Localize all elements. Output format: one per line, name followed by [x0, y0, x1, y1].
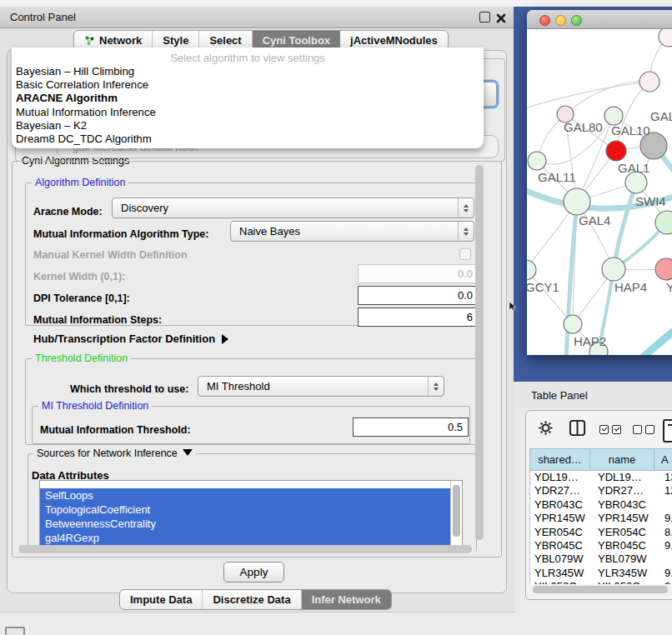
table-row[interactable]: YDL19…YDL19…13	[530, 471, 672, 484]
table-row[interactable]: YBR045CYBR045C9.	[530, 539, 672, 552]
node-label: GAL80	[564, 120, 603, 134]
table-row[interactable]: YIL052CYIL052C9	[530, 580, 672, 584]
table-row[interactable]: YPR145WYPR145W9.	[530, 512, 672, 525]
mi-steps-field[interactable]: 6	[358, 308, 479, 327]
list-padding	[40, 481, 462, 488]
network-node[interactable]	[604, 107, 623, 125]
application: Control Panel galFiltered.sif default no…	[0, 0, 672, 635]
attribute-list-item[interactable]: TopologicalCoefficient	[40, 502, 451, 517]
node-label: GAL	[650, 109, 672, 123]
column-header[interactable]: shared…	[529, 448, 590, 471]
dropdown-item[interactable]: Dream8 DC_TDC Algorithm	[12, 132, 484, 146]
select-all-checkboxes-icon[interactable]	[599, 425, 621, 434]
node-label: HAP4	[614, 280, 647, 294]
network-node[interactable]	[527, 260, 536, 280]
tab-impute-data[interactable]: Impute Data	[120, 590, 203, 609]
attribute-list-item[interactable]: SelfLoops	[40, 488, 451, 502]
table-row[interactable]: YDR27…YDR27…12	[530, 484, 672, 498]
attribute-list-item[interactable]: gal4RGexp	[40, 531, 451, 545]
table-row[interactable]: YBR043CYBR043C	[530, 498, 672, 512]
table-panel-title: Table Panel	[514, 389, 588, 402]
dropdown-item[interactable]: Mutual Information Inference	[12, 106, 484, 119]
close-icon[interactable]	[496, 12, 506, 22]
table-horizontal-scrollbar[interactable]	[529, 585, 672, 594]
node-label: HAP2	[574, 334, 606, 348]
combo-arrows-icon	[458, 222, 474, 241]
kernel-width-field[interactable]: 0.0	[358, 264, 479, 283]
mi-threshold-definition-title: MI Threshold Definition	[38, 400, 152, 412]
minimize-traffic-light[interactable]	[555, 15, 566, 26]
network-node[interactable]	[639, 72, 659, 92]
dropdown-item[interactable]: Bayesian – K2	[12, 119, 484, 132]
network-node[interactable]	[564, 315, 582, 333]
which-threshold-select[interactable]: MI Threshold	[198, 376, 444, 397]
table-row[interactable]: YBL079WYBL079W	[530, 552, 672, 566]
apply-button[interactable]: Apply	[223, 562, 284, 582]
table-panel-header: Table Panel	[514, 382, 672, 408]
column-header[interactable]: A	[654, 448, 672, 471]
deselect-all-checkboxes-icon[interactable]	[633, 425, 654, 434]
zoom-traffic-light[interactable]	[571, 15, 582, 26]
settings-vertical-scrollbar[interactable]	[475, 165, 484, 540]
combo-arrows-icon	[428, 377, 444, 396]
node-label: GAL1	[618, 161, 649, 175]
network-node[interactable]	[602, 258, 625, 281]
aracne-mode-select[interactable]: Discovery	[112, 198, 474, 218]
node-label: GCY1	[527, 280, 559, 294]
mouse-cursor	[509, 301, 518, 312]
tab-infer-network[interactable]: Infer Network	[302, 590, 391, 609]
gear-icon[interactable]	[538, 420, 554, 439]
hub-section-toggle[interactable]: Hub/Transcription Factor Definition	[33, 332, 228, 345]
mi-steps-label: Mutual Information Steps:	[33, 314, 162, 326]
network-node[interactable]	[659, 29, 672, 47]
network-node[interactable]	[655, 258, 672, 280]
threshold-definition-title: Threshold Definition	[32, 352, 131, 364]
algorithm-dropdown-list: Bayesian – Hill ClimbingBasic Correlatio…	[12, 65, 484, 146]
network-icon	[84, 35, 95, 46]
list-scrollbar[interactable]	[450, 481, 462, 548]
algorithm-dropdown-popup: Select algorithm to view settings Bayesi…	[12, 48, 484, 148]
mi-type-label: Mutual Information Algorithm Type:	[33, 228, 208, 240]
minimized-panel-icon[interactable]	[5, 627, 25, 635]
combo-arrows-icon	[458, 198, 474, 218]
attribute-list-item[interactable]: BetweennessCentrality	[40, 517, 451, 531]
control-panel-window: Control Panel galFiltered.sif default no…	[0, 7, 515, 612]
control-panel-title: Control Panel	[10, 11, 76, 23]
manual-kernel-label: Manual Kernel Width Definition	[33, 249, 188, 261]
node-label: GAL4	[579, 213, 610, 228]
close-traffic-light[interactable]	[539, 15, 550, 26]
tab-discretize-data[interactable]: Discretize Data	[203, 590, 301, 609]
table-body: YDL19…YDL19…13YDR27…YDR27…12YBR043CYBR04…	[529, 471, 672, 584]
control-panel-bottom-edge	[0, 612, 515, 612]
network-node[interactable]	[564, 188, 590, 215]
kernel-width-label: Kernel Width (0,1):	[33, 271, 125, 282]
dpi-tolerance-field[interactable]: 0.0	[358, 286, 479, 305]
settings-horizontal-scrollbar[interactable]	[18, 545, 472, 553]
manual-kernel-checkbox[interactable]	[459, 248, 471, 260]
control-panel-titlebar: Control Panel	[0, 7, 515, 28]
table-mode-icon[interactable]	[663, 419, 672, 442]
mi-algorithm-type-select[interactable]: Naive Bayes	[230, 221, 474, 242]
which-threshold-label: Which threshold to use:	[70, 383, 188, 395]
network-node[interactable]	[606, 141, 626, 161]
list-scrollbar-thumb[interactable]	[453, 485, 460, 537]
mi-threshold-field[interactable]: 0.5	[353, 418, 469, 437]
float-window-icon[interactable]	[479, 12, 490, 22]
table-row[interactable]: YER054CYER054C8.	[530, 526, 672, 539]
dropdown-item[interactable]: Bayesian – Hill Climbing	[12, 65, 484, 78]
table-toolbar	[526, 411, 672, 448]
expanded-arrow-icon	[183, 449, 193, 456]
network-canvas[interactable]: GAL80GAL10GAL11GAL1SWI4GAL4GALGCY1HAP4YH…	[527, 29, 672, 355]
network-node[interactable]	[528, 152, 546, 170]
table-scrollbar-thumb[interactable]	[533, 586, 668, 593]
split-columns-icon[interactable]	[569, 419, 586, 440]
column-header[interactable]: name	[590, 448, 654, 471]
sources-group-title[interactable]: Sources for Network Inference	[33, 448, 196, 459]
network-window-titlebar[interactable]	[527, 10, 672, 29]
dropdown-item[interactable]: Basic Correlation Inference	[12, 78, 484, 92]
node-label: GAL10	[611, 123, 650, 138]
dpi-tolerance-label: DPI Tolerance [0,1]:	[33, 292, 130, 304]
node-label: Y	[666, 280, 672, 294]
dropdown-item[interactable]: ARACNE Algorithm	[12, 92, 484, 105]
table-row[interactable]: YLR345WYLR345W9.	[530, 567, 672, 580]
